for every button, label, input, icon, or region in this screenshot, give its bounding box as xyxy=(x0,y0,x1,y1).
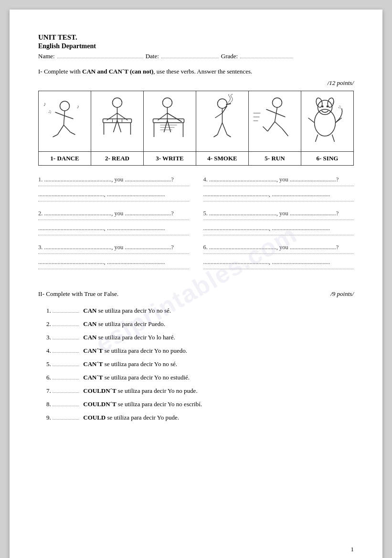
sentence-3-line2: ........................................… xyxy=(38,257,189,269)
tf-rest-6: se utiliza para decir Yo no estudié. xyxy=(105,374,190,381)
list-item: CAN se utiliza para decir Yo lo haré. xyxy=(53,331,354,344)
svg-line-65 xyxy=(308,118,314,123)
tf-bold-4: CAN´T xyxy=(83,347,103,354)
svg-text:♫: ♫ xyxy=(338,104,341,109)
sentence-3: 3. .....................................… xyxy=(38,242,189,269)
sentence-5-line1: 5. .....................................… xyxy=(203,208,354,221)
section1-instruction: I- Complete with CAN and CAN´T (can not)… xyxy=(38,67,354,76)
svg-point-3 xyxy=(60,101,69,111)
smoke-drawing xyxy=(198,94,246,147)
section1-intro-text: I- Complete with xyxy=(38,68,82,75)
svg-point-57 xyxy=(314,109,335,136)
svg-line-27 xyxy=(177,119,181,122)
svg-point-11 xyxy=(112,98,122,107)
svg-line-40 xyxy=(217,123,222,135)
svg-text:♪: ♪ xyxy=(43,101,46,107)
grade-label: Grade: xyxy=(221,53,238,60)
tf-blank-1[interactable] xyxy=(53,312,79,313)
svg-line-9 xyxy=(53,135,57,137)
svg-line-63 xyxy=(315,135,318,142)
name-dots[interactable] xyxy=(57,52,143,58)
label-smoke: 4- SMOKE xyxy=(196,151,248,165)
tf-bold-5: CAN´T xyxy=(83,360,103,368)
img-smoke xyxy=(196,91,248,151)
page-number: 1 xyxy=(351,546,354,553)
tf-blank-8[interactable] xyxy=(53,406,79,406)
label-dance: 1- DANCE xyxy=(39,151,91,165)
tf-blank-7[interactable] xyxy=(53,392,79,393)
sentence-2: 2. .....................................… xyxy=(38,208,189,235)
date-label: Date: xyxy=(146,53,159,60)
svg-line-42 xyxy=(213,135,217,137)
tf-rest-9: se utiliza para decir Yo pude. xyxy=(107,414,179,421)
svg-line-7 xyxy=(57,125,64,135)
img-dance: ♪ ♫ ♪ xyxy=(39,91,91,151)
svg-line-20 xyxy=(113,120,117,132)
sentence-5-line2: ........................................… xyxy=(203,223,354,235)
svg-point-35 xyxy=(217,99,227,108)
svg-line-6 xyxy=(64,116,73,119)
img-read xyxy=(91,91,143,151)
tf-blank-4[interactable] xyxy=(53,352,79,353)
list-item: CAN se utiliza para decir Puedo. xyxy=(53,318,354,330)
date-dots[interactable] xyxy=(161,52,219,58)
svg-point-61 xyxy=(321,105,323,107)
svg-line-66 xyxy=(335,118,341,123)
tf-rest-5: se utiliza para decir Yo no sé. xyxy=(105,360,177,368)
true-false-list: CAN se utiliza para decir Yo no sé. CAN … xyxy=(53,305,354,424)
tf-bold-1: CAN xyxy=(83,307,96,314)
tf-blank-3[interactable] xyxy=(53,339,79,339)
img-write xyxy=(143,91,196,151)
img-sing: ♪ ♫ xyxy=(301,91,353,151)
list-item: CAN´T se utiliza para decir Yo no puedo. xyxy=(53,345,354,357)
name-date-row: Name: Date: Grade: xyxy=(38,52,354,60)
write-drawing xyxy=(146,94,194,147)
section1-bold: CAN and CAN´T (can not) xyxy=(82,68,153,75)
tf-bold-9: COULD xyxy=(83,414,106,421)
tf-blank-9[interactable] xyxy=(53,419,79,420)
section2-instruction: II- Complete with True or False. xyxy=(38,290,118,298)
svg-line-5 xyxy=(55,112,64,116)
tf-rest-2: se utiliza para decir Puedo. xyxy=(98,320,165,327)
svg-line-49 xyxy=(266,109,275,113)
section1-rest: , use these verbs. Answer the sentences. xyxy=(153,68,252,75)
tf-blank-6[interactable] xyxy=(53,379,79,379)
svg-line-43 xyxy=(227,135,231,137)
tf-blank-2[interactable] xyxy=(53,326,79,326)
grade-dots[interactable] xyxy=(240,52,293,58)
svg-line-48 xyxy=(275,107,277,122)
img-run xyxy=(248,91,301,151)
labels-row: 1- DANCE 2- READ 3- WRITE 4- SMOKE 5- RU… xyxy=(39,151,354,165)
list-item: CAN´T se utiliza para decir Yo no sé. xyxy=(53,358,354,370)
svg-text:♪: ♪ xyxy=(76,104,79,109)
sentence-4: 4. .....................................… xyxy=(203,174,354,201)
label-read: 2- READ xyxy=(91,151,143,165)
read-drawing xyxy=(93,94,141,147)
section1-points: /12 points/ xyxy=(38,79,354,87)
tf-rest-8: se utiliza para decir Yo no escribí. xyxy=(118,400,202,408)
run-drawing xyxy=(251,94,299,147)
label-run: 5- RUN xyxy=(248,151,301,165)
svg-line-8 xyxy=(64,125,70,132)
tf-bold-8: COULDN´T xyxy=(83,400,116,408)
svg-line-4 xyxy=(64,111,64,125)
svg-line-52 xyxy=(275,122,282,128)
svg-line-10 xyxy=(70,132,75,135)
unit-title: UNIT TEST. xyxy=(38,33,354,42)
svg-line-21 xyxy=(117,120,121,132)
svg-point-44 xyxy=(272,98,282,107)
svg-point-62 xyxy=(326,105,328,107)
sentence-4-line2: ........................................… xyxy=(203,189,354,201)
sentence-6: 6. .....................................… xyxy=(203,242,354,269)
tf-bold-7: COULDN´T xyxy=(83,387,116,394)
tf-blank-5[interactable] xyxy=(53,366,79,366)
right-sentences: 4. .....................................… xyxy=(203,174,354,276)
left-sentences: 1. .....................................… xyxy=(38,174,189,276)
sentence-4-line1: 4. .....................................… xyxy=(203,174,354,187)
section2-text: II- Complete with True or False. xyxy=(38,290,118,297)
list-item: COULDN´T se utiliza para decir Yo no pud… xyxy=(53,385,354,397)
list-item: CAN´T se utiliza para decir Yo no estudi… xyxy=(53,371,354,384)
tf-rest-4: se utiliza para decir Yo no puedo. xyxy=(105,347,187,354)
tf-rest-1: se utiliza para decir Yo no sé. xyxy=(98,307,171,314)
images-row: ♪ ♫ ♪ xyxy=(39,91,354,151)
